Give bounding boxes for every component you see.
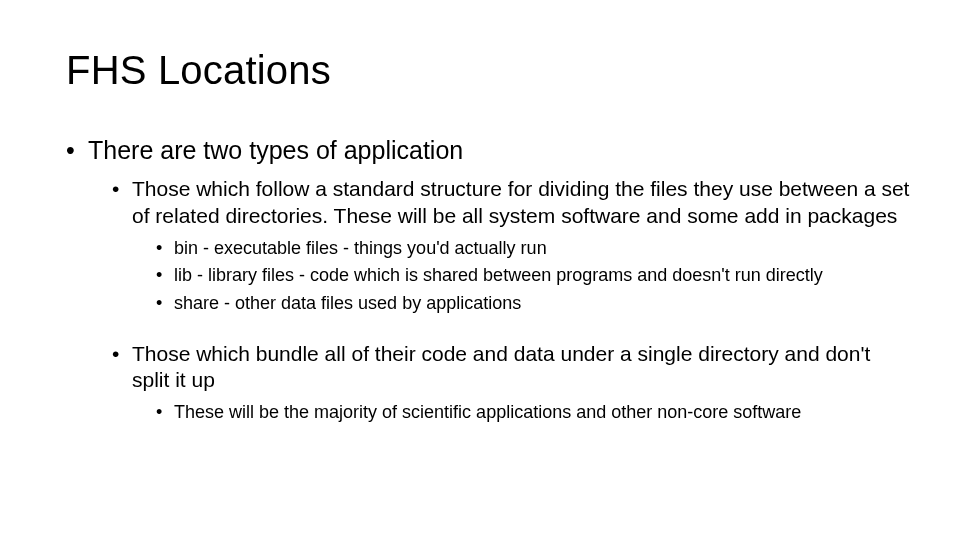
bullet-text: These will be the majority of scientific… <box>174 402 801 422</box>
bullet-text: lib - library files - code which is shar… <box>174 265 823 285</box>
bullet-text: Those which bundle all of their code and… <box>132 342 870 391</box>
bullet-text: There are two types of application <box>88 136 463 164</box>
bullet-list-level1: There are two types of application Those… <box>66 135 910 425</box>
slide: FHS Locations There are two types of app… <box>0 0 960 540</box>
list-item: There are two types of application Those… <box>66 135 910 425</box>
list-item: Those which follow a standard structure … <box>112 176 910 315</box>
list-item: These will be the majority of scientific… <box>156 401 910 424</box>
bullet-text: Those which follow a standard structure … <box>132 177 909 226</box>
bullet-list-level2: Those which follow a standard structure … <box>88 176 910 425</box>
slide-body: There are two types of application Those… <box>66 135 910 451</box>
bullet-list-level3: These will be the majority of scientific… <box>132 401 910 424</box>
bullet-text: share - other data files used by applica… <box>174 293 521 313</box>
list-item: bin - executable files - things you'd ac… <box>156 237 910 260</box>
slide-title: FHS Locations <box>66 48 331 93</box>
list-item: Those which bundle all of their code and… <box>112 341 910 425</box>
bullet-list-level3: bin - executable files - things you'd ac… <box>132 237 910 315</box>
list-item: share - other data files used by applica… <box>156 292 910 315</box>
bullet-text: bin - executable files - things you'd ac… <box>174 238 547 258</box>
list-item: lib - library files - code which is shar… <box>156 264 910 287</box>
